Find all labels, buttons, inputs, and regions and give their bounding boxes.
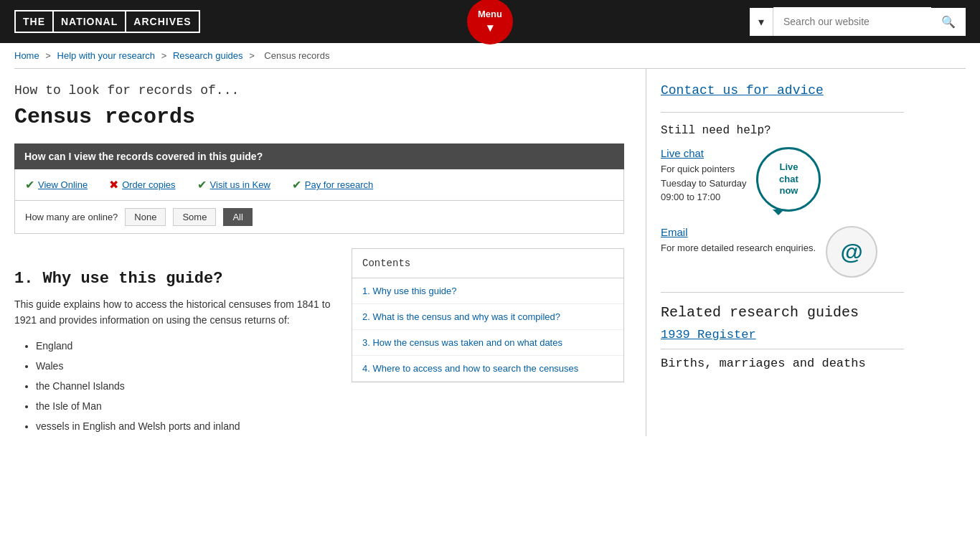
view-online-link[interactable]: View Online bbox=[38, 179, 88, 190]
site-logo: THE NATIONAL ARCHIVES bbox=[14, 10, 200, 33]
logo-archives: ARCHIVES bbox=[126, 11, 198, 32]
search-input[interactable] bbox=[773, 7, 931, 36]
list-item: 1. Why use this guide? bbox=[352, 278, 623, 304]
logo-national: NATIONAL bbox=[54, 11, 126, 32]
order-copies-link[interactable]: Order copies bbox=[122, 179, 175, 190]
live-chat-bubble[interactable]: Livechatnow bbox=[756, 147, 821, 212]
breadcrumb-research-guides[interactable]: Research guides bbox=[173, 50, 243, 61]
related-guide-1939[interactable]: 1939 Register bbox=[661, 328, 904, 349]
list-item: 4. Where to access and how to search the… bbox=[352, 356, 623, 382]
filter-label: How many are online? bbox=[25, 212, 118, 222]
section1-heading: 1. Why use this guide? bbox=[14, 270, 337, 288]
sidebar: Contact us for advice Still need help? L… bbox=[646, 69, 904, 436]
breadcrumb-help[interactable]: Help with your research bbox=[57, 50, 156, 61]
contents-link-1[interactable]: 1. Why use this guide? bbox=[352, 278, 623, 303]
filter-row: How many are online? None Some All bbox=[14, 201, 624, 234]
list-item: the Isle of Man bbox=[36, 396, 337, 416]
live-chat-link[interactable]: Live chat bbox=[661, 147, 704, 159]
list-item: the Channel Islands bbox=[36, 376, 337, 396]
access-visit-kew[interactable]: ✔ Visit us in Kew bbox=[197, 178, 270, 192]
check-icon-green-1: ✔ bbox=[25, 178, 34, 192]
page-title: Census records bbox=[14, 105, 624, 129]
contents-link-3[interactable]: 3. How the census was taken and on what … bbox=[352, 330, 623, 355]
access-view-online[interactable]: ✔ View Online bbox=[25, 178, 88, 192]
sidebar-divider-2 bbox=[661, 292, 904, 293]
access-bar: How can I view the records covered in th… bbox=[14, 143, 624, 169]
contact-advice-link[interactable]: Contact us for advice bbox=[661, 83, 904, 98]
live-chat-now-text: Livechatnow bbox=[779, 161, 798, 198]
visit-kew-link[interactable]: Visit us in Kew bbox=[210, 179, 270, 190]
content-area: How to look for records of... Census rec… bbox=[14, 69, 646, 436]
live-chat-desc-line3: 09:00 to 17:00 bbox=[661, 192, 720, 202]
email-description: For more detailed research enquiries. bbox=[661, 241, 816, 255]
filter-some-button[interactable]: Some bbox=[173, 208, 216, 226]
related-guide-births: Births, marriages and deaths bbox=[661, 357, 866, 370]
breadcrumb-sep2: > bbox=[161, 50, 169, 61]
list-item: vessels in English and Welsh ports and i… bbox=[36, 416, 337, 436]
breadcrumb-sep3: > bbox=[249, 50, 257, 61]
contents-list: 1. Why use this guide? 2. What is the ce… bbox=[352, 278, 623, 382]
live-chat-desc-line2: Tuesday to Saturday bbox=[661, 178, 746, 189]
filter-none-button[interactable]: None bbox=[125, 208, 166, 226]
sidebar-divider-1 bbox=[661, 112, 904, 113]
list-item: 2. What is the census and why was it com… bbox=[352, 304, 623, 330]
list-item: England bbox=[36, 336, 337, 356]
email-icon: @ bbox=[826, 226, 877, 278]
menu-label: Menu bbox=[478, 9, 502, 19]
lower-right: Contents 1. Why use this guide? 2. What … bbox=[352, 248, 624, 436]
contents-link-2[interactable]: 2. What is the census and why was it com… bbox=[352, 304, 623, 329]
live-chat-info: Live chat For quick pointers Tuesday to … bbox=[661, 147, 746, 204]
site-header: THE NATIONAL ARCHIVES Menu ▾ ▾ 🔍 bbox=[0, 0, 980, 43]
contents-link-4[interactable]: 4. Where to access and how to search the… bbox=[352, 356, 623, 381]
breadcrumb-sep1: > bbox=[45, 50, 53, 61]
email-block: Email For more detailed research enquiri… bbox=[661, 226, 904, 278]
main-layout: How to look for records of... Census rec… bbox=[0, 69, 980, 436]
email-link[interactable]: Email bbox=[661, 226, 688, 238]
cross-icon-red: ✖ bbox=[109, 178, 118, 192]
check-icon-green-2: ✔ bbox=[197, 178, 207, 192]
breadcrumb: Home > Help with your research > Researc… bbox=[0, 43, 980, 68]
contents-box: Contents 1. Why use this guide? 2. What … bbox=[352, 248, 624, 382]
page-subtitle: How to look for records of... bbox=[14, 83, 624, 98]
access-options: ✔ View Online ✖ Order copies ✔ Visit us … bbox=[14, 169, 624, 201]
list-item: Wales bbox=[36, 356, 337, 376]
live-chat-description: For quick pointers Tuesday to Saturday 0… bbox=[661, 162, 746, 204]
lower-layout: 1. Why use this guide? This guide explai… bbox=[14, 248, 624, 436]
search-dropdown-button[interactable]: ▾ bbox=[750, 8, 773, 36]
live-chat-block: Live chat For quick pointers Tuesday to … bbox=[661, 147, 904, 212]
breadcrumb-current: Census records bbox=[264, 50, 329, 61]
access-pay-research[interactable]: ✔ Pay for research bbox=[292, 178, 373, 192]
list-item: 3. How the census was taken and on what … bbox=[352, 330, 623, 356]
section1-text: This guide explains how to access the hi… bbox=[14, 296, 337, 329]
breadcrumb-home[interactable]: Home bbox=[14, 50, 39, 61]
related-guides-title: Related research guides bbox=[661, 304, 904, 321]
search-area: ▾ 🔍 bbox=[750, 7, 966, 36]
section1-list: England Wales the Channel Islands the Is… bbox=[14, 336, 337, 436]
logo-the: THE bbox=[16, 11, 54, 32]
check-icon-green-3: ✔ bbox=[292, 178, 301, 192]
live-chat-desc-line1: For quick pointers bbox=[661, 164, 735, 174]
search-submit-button[interactable]: 🔍 bbox=[931, 8, 966, 36]
access-order-copies[interactable]: ✖ Order copies bbox=[109, 178, 175, 192]
chevron-down-icon: ▾ bbox=[487, 21, 493, 34]
pay-research-link[interactable]: Pay for research bbox=[305, 179, 373, 190]
contents-title: Contents bbox=[352, 249, 623, 278]
menu-button[interactable]: Menu ▾ bbox=[467, 0, 513, 44]
filter-all-button[interactable]: All bbox=[223, 208, 252, 226]
still-need-help-title: Still need help? bbox=[661, 124, 904, 137]
lower-left: 1. Why use this guide? This guide explai… bbox=[14, 248, 337, 436]
email-info: Email For more detailed research enquiri… bbox=[661, 226, 816, 255]
at-sign-icon: @ bbox=[840, 239, 862, 265]
